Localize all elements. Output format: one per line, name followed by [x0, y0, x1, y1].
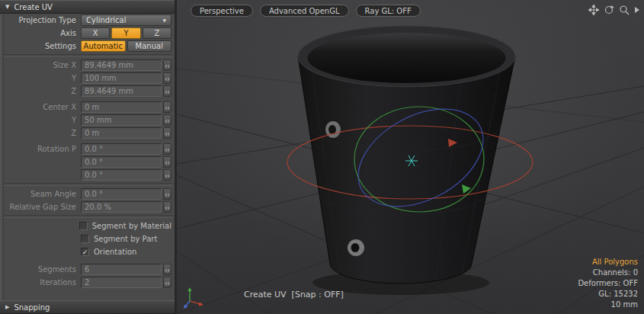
orbit-icon[interactable]: [604, 5, 614, 15]
center-z-row: Z 0 m: [5, 127, 171, 139]
all-polygons-status: All Polygons: [578, 257, 638, 268]
settings-manual-button[interactable]: Manual: [127, 40, 172, 52]
3d-viewport[interactable]: Perspective Advanced OpenGL Ray GL: OFF: [177, 0, 644, 314]
segment-by-part-label: Segment by Part: [94, 235, 157, 243]
channels-status: Channels: 0: [578, 268, 638, 278]
relative-gap-size-input[interactable]: 20.0 %: [81, 201, 162, 213]
size-x-label: Size X: [5, 61, 81, 69]
gl-status: GL: 15232: [578, 289, 638, 300]
collapse-open-icon: ▼: [5, 4, 9, 10]
segments-row: Segments 6: [5, 264, 171, 275]
rotation-2-input[interactable]: 0.0 °: [81, 156, 162, 168]
deformers-status: Deformers: OFF: [578, 278, 638, 289]
perspective-button[interactable]: Perspective: [191, 5, 253, 17]
viewport-toolbar: Perspective Advanced OpenGL Ray GL: OFF: [191, 5, 421, 17]
size-x-stepper[interactable]: [163, 59, 171, 71]
size-z-row: Z 89.4649 mm: [5, 85, 171, 97]
tool-status-text: Create UV [Snap : OFF]: [244, 290, 344, 300]
x-axis-line: [190, 301, 200, 304]
projection-type-row: Projection Type Cylindrical ▼: [5, 14, 171, 26]
panel-title: Create UV: [14, 3, 53, 11]
settings-row: Settings Automatic Manual: [5, 40, 171, 52]
panel-scrollbar[interactable]: [0, 14, 4, 300]
center-x-row: Center X 0 m: [5, 101, 171, 113]
segments-stepper[interactable]: [163, 264, 171, 275]
viewport-menu-arrow-icon[interactable]: [634, 5, 640, 14]
advanced-opengl-button[interactable]: Advanced OpenGL: [260, 5, 349, 17]
create-uv-tool-panel: ▼ Create UV Projection Type Cylindrical …: [0, 0, 177, 314]
center-x-stepper[interactable]: [163, 101, 171, 113]
iterations-input[interactable]: 2: [81, 277, 162, 288]
ray-gl-button[interactable]: Ray GL: OFF: [356, 5, 421, 17]
segment-by-material-row: Segment by Material: [5, 220, 171, 232]
orientation-label: Orientation: [94, 248, 136, 256]
snapping-header[interactable]: ▶ Snapping: [0, 300, 175, 314]
center-y-label: Y: [5, 116, 81, 124]
divider: [2, 54, 172, 57]
iterations-stepper[interactable]: [163, 277, 171, 288]
center-z-input[interactable]: 0 m: [81, 127, 162, 139]
projection-type-dropdown[interactable]: Cylindrical ▼: [81, 14, 171, 26]
collapse-closed-icon: ▶: [5, 304, 9, 310]
center-x-input[interactable]: 0 m: [81, 101, 162, 113]
divider: [2, 183, 172, 186]
axis-orientation-widget: [182, 286, 205, 309]
segment-by-material-checkbox[interactable]: [79, 222, 88, 230]
projection-type-value: Cylindrical: [86, 16, 126, 24]
rotation-2-row: 0.0 °: [5, 156, 171, 168]
projection-type-label: Projection Type: [5, 16, 81, 24]
rotation-3-row: 0.0 °: [5, 169, 171, 181]
relative-gap-size-row: Relative Gap Size 20.0 %: [5, 201, 171, 213]
axis-z-button[interactable]: Z: [143, 27, 171, 39]
seam-angle-input[interactable]: 0.0 °: [81, 188, 162, 200]
center-y-input[interactable]: 50 mm: [81, 114, 162, 126]
size-y-input[interactable]: 100 mm: [81, 72, 162, 84]
axis-label: Axis: [5, 29, 81, 37]
rotation-3-stepper[interactable]: [163, 169, 171, 181]
pan-icon[interactable]: [588, 5, 599, 15]
rotation-p-label: Rotation P: [5, 145, 81, 153]
viewport-3d-scene[interactable]: [177, 0, 644, 314]
rotation-3-input[interactable]: 0.0 °: [81, 169, 162, 181]
rotation-2-stepper[interactable]: [163, 156, 171, 168]
segment-by-material-label: Segment by Material: [92, 222, 171, 230]
center-z-stepper[interactable]: [163, 127, 171, 139]
axis-y-button[interactable]: Y: [111, 27, 140, 39]
segments-label: Segments: [5, 265, 81, 274]
center-z-label: Z: [5, 129, 81, 137]
segment-by-part-row: Segment by Part: [5, 233, 171, 245]
iterations-row: Iterations 2: [5, 277, 171, 288]
cup-handle-hole-bottom: [348, 239, 364, 256]
axis-x-button[interactable]: X: [81, 27, 110, 39]
seam-angle-label: Seam Angle: [5, 190, 81, 198]
relative-gap-size-label: Relative Gap Size: [5, 203, 81, 211]
segment-by-part-checkbox[interactable]: [81, 235, 89, 243]
x-axis-arrow-icon: [199, 303, 204, 306]
size-x-input[interactable]: 89.4649 mm: [81, 59, 162, 71]
segments-input[interactable]: 6: [81, 264, 162, 275]
divider: [2, 215, 172, 218]
iterations-label: Iterations: [5, 278, 81, 287]
rotation-p-stepper[interactable]: [163, 143, 171, 155]
size-y-stepper[interactable]: [163, 72, 171, 84]
relative-gap-size-stepper[interactable]: [163, 201, 171, 213]
size-z-label: Z: [5, 87, 81, 95]
seam-angle-stepper[interactable]: [163, 188, 171, 200]
create-uv-header[interactable]: ▼ Create UV: [0, 0, 175, 14]
rotation-p-input[interactable]: 0.0 °: [81, 143, 162, 155]
size-z-input[interactable]: 89.4649 mm: [81, 85, 162, 97]
center-y-stepper[interactable]: [163, 114, 171, 126]
viewport-nav-icons: [588, 5, 640, 15]
zoom-icon[interactable]: [619, 5, 630, 15]
settings-automatic-button[interactable]: Automatic: [81, 40, 126, 52]
seam-angle-row: Seam Angle 0.0 °: [5, 188, 171, 200]
size-z-stepper[interactable]: [163, 85, 171, 97]
rotation-p-row: Rotation P 0.0 °: [5, 143, 171, 155]
orientation-checkbox[interactable]: ✓: [81, 248, 89, 256]
cup-cavity: [308, 33, 506, 83]
axis-row: Axis X Y Z: [5, 27, 171, 39]
size-y-row: Y 100 mm: [5, 72, 171, 84]
center-y-row: Y 50 mm: [5, 114, 171, 126]
chevron-down-icon: ▼: [162, 18, 166, 23]
viewport-info-block: All Polygons Channels: 0 Deformers: OFF …: [578, 257, 638, 310]
